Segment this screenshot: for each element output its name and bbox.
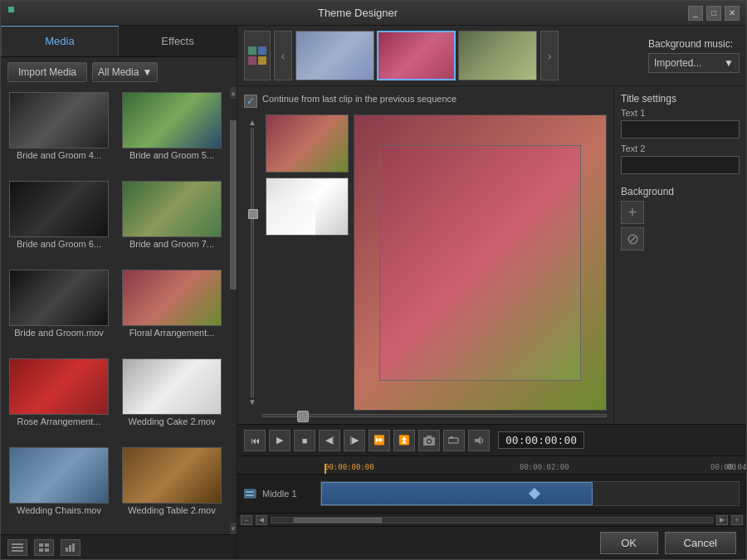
timeline-scroll-minus[interactable]: − — [241, 515, 252, 525]
media-item-label: Rose Arrangement... — [17, 416, 101, 426]
strip-next-button[interactable]: › — [540, 31, 559, 80]
clip-option-label: Continue from last clip in the previous … — [262, 93, 456, 105]
view-icon-button[interactable] — [34, 539, 54, 556]
left-panel: Media Effects Import Media All Media ▼ B… — [1, 26, 237, 559]
background-heading: Background — [621, 186, 740, 197]
horizontal-slider-thumb[interactable] — [297, 411, 309, 422]
list-item[interactable]: Wedding Table 2.mov — [115, 444, 228, 533]
scroll-up-button[interactable]: ▲ — [230, 87, 237, 99]
svg-rect-16 — [248, 56, 256, 65]
clip-thumbnail[interactable] — [266, 114, 349, 173]
stats-icon-button[interactable] — [61, 539, 81, 556]
next-frame-button[interactable]: |▶ — [344, 430, 365, 451]
list-item[interactable]: Wedding Chairs.mov — [2, 444, 115, 533]
fast-forward-button[interactable]: ⏫ — [393, 430, 415, 451]
svg-rect-10 — [45, 548, 49, 552]
list-item[interactable]: Bride and Groom 7... — [115, 178, 228, 266]
ok-button[interactable]: OK — [600, 532, 658, 554]
play-button[interactable]: ▶ — [269, 430, 290, 451]
settings-panel: Title settings Text 1 Text 2 Background … — [613, 86, 746, 424]
timeline-scroll-thumb[interactable] — [294, 518, 382, 523]
media-thumbnail — [122, 181, 222, 237]
svg-rect-0 — [8, 7, 14, 12]
track-clip — [321, 482, 593, 505]
timeline-track[interactable] — [320, 481, 740, 506]
media-toolbar: Import Media All Media ▼ — [1, 57, 237, 87]
prev-frame-button[interactable]: ◀| — [319, 430, 340, 451]
skip-back-button[interactable]: ⏮ — [244, 430, 266, 451]
list-item[interactable]: Bride and Groom 6... — [2, 178, 115, 266]
media-item-label: Bride and Groom 5... — [129, 150, 214, 160]
scroll-down-button[interactable]: ▼ — [230, 523, 237, 534]
import-media-button[interactable]: Import Media — [7, 62, 87, 82]
theme-thumbnails — [295, 31, 537, 80]
vertical-slider-thumb[interactable] — [248, 209, 258, 219]
svg-rect-4 — [12, 543, 23, 545]
add-theme-button[interactable] — [244, 31, 271, 80]
media-thumbnail — [9, 181, 109, 237]
media-item-label: Wedding Cake 2.mov — [129, 416, 216, 426]
chevron-down-icon: ▼ — [142, 66, 152, 78]
bg-music-section: Background music: Imported... ▼ — [648, 38, 740, 73]
snapshot-button[interactable] — [418, 430, 440, 451]
timeline-scroll-left[interactable]: ◀ — [256, 515, 267, 525]
text1-label: Text 1 — [621, 108, 740, 118]
list-item[interactable]: Bride and Groom 5... — [115, 89, 228, 178]
svg-rect-11 — [66, 548, 68, 552]
window-title: Theme Designer — [27, 7, 688, 19]
main-window: Theme Designer _ □ ✕ Media Effects Impor… — [0, 0, 747, 560]
clip-options: Continue from last clip in the previous … — [244, 93, 607, 108]
minimize-button[interactable]: _ — [688, 6, 703, 21]
list-item[interactable]: Rose Arrangement... — [2, 355, 115, 444]
text2-input[interactable] — [621, 156, 740, 174]
media-filter-dropdown[interactable]: All Media ▼ — [92, 62, 158, 82]
media-scrollbar[interactable]: ▲ ▼ — [230, 87, 237, 534]
rewind-button[interactable]: ⏩ — [369, 430, 390, 451]
timeline-scroll-plus[interactable]: + — [731, 515, 743, 525]
title-bar: Theme Designer _ □ ✕ — [1, 1, 746, 26]
cancel-button[interactable]: Cancel — [665, 532, 736, 554]
track-label: Middle 1 — [237, 489, 320, 499]
maximize-button[interactable]: □ — [706, 6, 721, 21]
background-add-button[interactable]: + — [621, 201, 644, 224]
title-settings-heading: Title settings — [621, 93, 740, 105]
horizontal-slider-track[interactable] — [262, 414, 607, 417]
theme-thumbnail[interactable] — [458, 31, 537, 80]
close-button[interactable]: ✕ — [725, 6, 740, 21]
media-item-label: Bride and Groom 4... — [17, 150, 101, 160]
list-item[interactable]: Wedding Cake 2.mov — [115, 355, 228, 444]
bg-music-dropdown[interactable]: Imported... ▼ — [648, 53, 740, 73]
scrollbar-thumb[interactable] — [230, 120, 237, 290]
svg-rect-15 — [258, 46, 266, 55]
stop-button[interactable]: ■ — [294, 430, 315, 451]
continue-clip-option: Continue from last clip in the previous … — [244, 93, 456, 108]
preview-area: Continue from last clip in the previous … — [237, 86, 613, 424]
svg-rect-8 — [45, 543, 49, 547]
svg-rect-7 — [39, 543, 43, 547]
middle-area: Continue from last clip in the previous … — [237, 86, 746, 424]
clip-thumbnail[interactable] — [266, 178, 349, 236]
background-remove-button[interactable]: ⊘ — [621, 227, 644, 251]
tab-effects[interactable]: Effects — [119, 26, 237, 56]
continue-clip-checkbox[interactable] — [244, 95, 257, 108]
volume-button[interactable] — [468, 430, 490, 451]
tab-media[interactable]: Media — [1, 26, 119, 56]
timeline-scroll-right[interactable]: ▶ — [716, 515, 728, 525]
media-item-label: Bride and Groom 7... — [129, 239, 214, 249]
timeline-scroll-track[interactable] — [271, 517, 713, 523]
text1-input[interactable] — [621, 120, 740, 139]
timeline-scrollbar: − ◀ ▶ + — [237, 513, 746, 526]
list-item[interactable]: Floral Arrangement... — [115, 266, 228, 355]
slider-up-arrow[interactable]: ▲ — [247, 118, 257, 128]
strip-prev-button[interactable]: ‹ — [274, 31, 292, 80]
import-icon-button[interactable] — [7, 539, 27, 556]
slider-down-arrow[interactable]: ▼ — [247, 397, 257, 407]
list-item[interactable]: Bride and Groom.mov — [2, 266, 115, 355]
svg-rect-21 — [427, 436, 432, 438]
loop-button[interactable] — [443, 430, 465, 451]
theme-thumbnail[interactable] — [377, 31, 456, 80]
tab-bar: Media Effects — [1, 26, 237, 57]
theme-thumbnail[interactable] — [295, 31, 374, 80]
list-item[interactable]: Bride and Groom 4... — [2, 89, 115, 178]
vertical-slider-track[interactable] — [251, 128, 254, 397]
